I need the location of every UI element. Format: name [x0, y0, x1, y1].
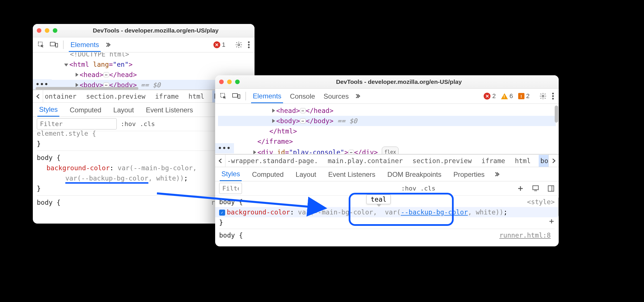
settings-icon[interactable] — [235, 41, 243, 48]
warn-count[interactable]: 6 — [501, 92, 513, 100]
subtab-properties[interactable]: Properties — [452, 168, 486, 181]
info-count[interactable]: !2 — [518, 92, 530, 100]
css-prop[interactable]: background-color — [227, 208, 290, 216]
crumb-item[interactable]: main.play.container — [326, 155, 405, 167]
crumb-item[interactable]: section.preview — [411, 155, 474, 167]
underlined-value: var(--backup-bg-color — [65, 175, 148, 184]
main-toolbar: Elements Console Sources ✕2 6 !2 — [215, 88, 559, 104]
styles-filter-input[interactable] — [219, 183, 242, 194]
svg-point-5 — [248, 44, 250, 46]
styles-filter-bar: :hov .cls — [215, 181, 559, 196]
sidebar-toggle-icon[interactable] — [547, 185, 555, 192]
backup-var-link[interactable]: --backup-bg-color — [401, 208, 468, 216]
kebab-menu-icon[interactable] — [552, 92, 554, 100]
tab-elements[interactable]: Elements — [69, 38, 101, 52]
zoom-icon[interactable] — [235, 80, 240, 84]
device-toggle-icon[interactable] — [232, 93, 240, 100]
tab-sources[interactable]: Sources — [322, 90, 350, 103]
v-scrollbar[interactable] — [558, 197, 559, 217]
hov-toggle[interactable]: :hov — [121, 120, 136, 127]
css-prop[interactable]: background-color — [47, 164, 110, 172]
minimize-icon[interactable] — [45, 28, 49, 33]
styles-pane-icon[interactable] — [532, 185, 539, 192]
svg-point-6 — [248, 46, 250, 48]
minimize-icon[interactable] — [227, 80, 232, 84]
svg-point-13 — [552, 95, 554, 97]
svg-rect-10 — [238, 95, 240, 98]
error-count[interactable]: ✕2 — [484, 92, 496, 100]
crumb-item[interactable]: ontainer — [43, 90, 78, 102]
crumb-item[interactable]: iframe — [480, 155, 507, 167]
source-link[interactable]: <style> — [527, 197, 555, 207]
svg-point-14 — [552, 98, 554, 100]
h-scrollbar[interactable] — [36, 87, 138, 90]
subtab-layout[interactable]: Layout — [294, 168, 318, 181]
crumb-item[interactable]: section.preview — [84, 90, 147, 102]
subtab-event-listeners[interactable]: Event Listeners — [144, 103, 195, 116]
zoom-icon[interactable] — [53, 28, 57, 33]
subtab-event-listeners[interactable]: Event Listeners — [326, 168, 377, 181]
subtab-dom-breakpoints[interactable]: DOM Breakpoints — [386, 168, 443, 181]
window-title: DevTools - developer.mozilla.org/en-US/p… — [243, 78, 555, 85]
more-tabs-icon[interactable] — [495, 171, 501, 177]
window-title: DevTools - developer.mozilla.org/en-US/p… — [61, 27, 251, 34]
svg-point-3 — [238, 44, 240, 46]
more-tabs-icon[interactable] — [356, 93, 362, 99]
styles-subtabs: Styles Computed Layout Event Listeners D… — [215, 167, 559, 181]
cls-toggle[interactable]: .cls — [420, 185, 435, 192]
crumb-item[interactable]: -wrapper.standard-page. — [225, 155, 320, 167]
value-tooltip: teal — [366, 194, 391, 204]
tab-elements[interactable]: Elements — [251, 89, 283, 103]
svg-point-4 — [248, 41, 250, 43]
subtab-computed[interactable]: Computed — [250, 168, 285, 181]
titlebar: DevTools - developer.mozilla.org/en-US/p… — [215, 75, 559, 88]
error-count[interactable]: ✕1 — [213, 41, 225, 48]
cls-toggle[interactable]: .cls — [140, 120, 155, 127]
more-dots-icon[interactable]: ••• — [215, 143, 234, 153]
close-icon[interactable] — [37, 28, 41, 33]
subtab-layout[interactable]: Layout — [112, 103, 136, 116]
kebab-menu-icon[interactable] — [248, 41, 250, 48]
dom-tree[interactable]: <head>⋯</head> <body>⋯</body> == $0 </ht… — [215, 104, 559, 154]
svg-point-12 — [552, 93, 554, 94]
more-tabs-icon[interactable] — [106, 42, 112, 48]
svg-rect-15 — [533, 186, 538, 190]
hov-toggle[interactable]: :hov — [401, 185, 416, 192]
flex-badge[interactable]: flex — [382, 147, 399, 154]
inspect-icon[interactable] — [220, 92, 227, 100]
svg-rect-16 — [548, 186, 554, 191]
svg-rect-9 — [233, 94, 237, 97]
crumb-item[interactable]: body — [539, 155, 548, 167]
settings-icon[interactable] — [539, 92, 547, 100]
breadcrumb: -wrapper.standard-page. main.play.contai… — [215, 154, 559, 167]
prop-checkbox[interactable]: ✓ — [219, 210, 225, 216]
main-toolbar: Elements ✕1 — [33, 37, 255, 52]
inspect-icon[interactable] — [37, 41, 45, 48]
styles-filter-input[interactable] — [37, 118, 117, 129]
devtools-window-2: DevTools - developer.mozilla.org/en-US/p… — [215, 75, 559, 246]
svg-point-11 — [542, 95, 544, 97]
traffic-lights — [219, 80, 240, 84]
device-toggle-icon[interactable] — [50, 41, 58, 48]
subtab-computed[interactable]: Computed — [68, 103, 103, 116]
subtab-styles[interactable]: Styles — [37, 103, 59, 117]
add-prop-icon[interactable] — [548, 218, 555, 224]
subtab-styles[interactable]: Styles — [220, 167, 242, 181]
tab-console[interactable]: Console — [288, 90, 317, 103]
breadcrumb-prev-icon[interactable] — [215, 155, 225, 167]
breadcrumb-prev-icon[interactable] — [33, 90, 43, 102]
new-rule-icon[interactable] — [517, 185, 524, 192]
v-scrollbar[interactable] — [555, 106, 558, 123]
traffic-lights — [37, 28, 57, 33]
source-link[interactable]: runner.html:8 — [499, 230, 551, 240]
crumb-item[interactable]: html — [187, 90, 206, 102]
svg-rect-2 — [56, 43, 58, 47]
breadcrumb-next-icon[interactable] — [548, 155, 559, 167]
crumb-item[interactable]: iframe — [154, 90, 181, 102]
svg-rect-1 — [50, 42, 55, 46]
titlebar: DevTools - developer.mozilla.org/en-US/p… — [33, 24, 255, 37]
crumb-item[interactable]: html — [513, 155, 532, 167]
close-icon[interactable] — [219, 80, 224, 84]
